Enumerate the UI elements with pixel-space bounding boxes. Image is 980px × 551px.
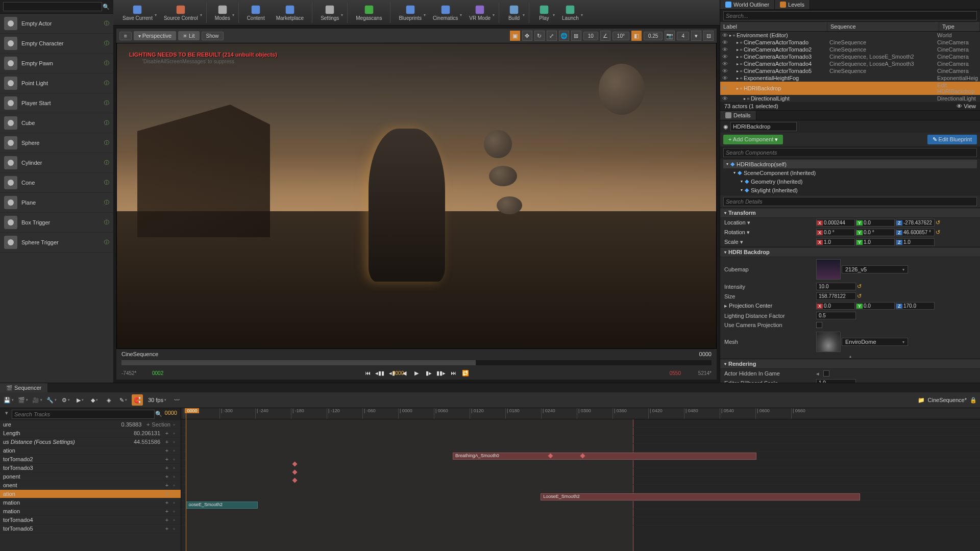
track-row[interactable]: mation+◦ xyxy=(0,498,181,507)
timeline-clip[interactable]: LooseE_Smooth2 xyxy=(541,493,860,500)
track-row[interactable]: torTornado5+◦ xyxy=(0,524,181,533)
step-fwd-icon[interactable]: ▮▸ xyxy=(424,368,433,378)
edit-mode-icon[interactable]: ✎▾ xyxy=(117,394,129,406)
timeline-track[interactable] xyxy=(181,419,980,428)
place-actors-search[interactable] xyxy=(3,2,102,11)
info-icon[interactable]: ⓘ xyxy=(104,199,109,206)
options-icon[interactable]: 🔧▾ xyxy=(46,394,57,406)
tab-world-outliner[interactable]: World Outliner xyxy=(720,0,775,9)
track-options-icon[interactable]: ◦ xyxy=(170,525,178,532)
expand-icon[interactable]: ▸ xyxy=(737,76,739,81)
add-key-icon[interactable]: + xyxy=(163,465,170,471)
timeline-track[interactable] xyxy=(181,460,980,468)
save-sequence-icon[interactable]: 💾▾ xyxy=(3,394,14,406)
track-row[interactable]: mation+◦ xyxy=(0,507,181,516)
track-options-icon[interactable]: ◦ xyxy=(170,517,178,523)
track-options-icon[interactable]: ◦ xyxy=(170,465,178,471)
viewport-menu-button[interactable]: ≡ xyxy=(119,32,132,40)
add-key-icon[interactable]: + xyxy=(163,439,170,445)
visibility-icon[interactable]: 👁 xyxy=(722,68,729,74)
outliner-row[interactable]: 👁▸▫Environment (Editor)World xyxy=(720,32,980,39)
megascans-button[interactable]: Megascans xyxy=(351,1,387,24)
fps-dropdown[interactable]: 30 fps▾ xyxy=(146,394,168,406)
timeline-track[interactable] xyxy=(181,428,980,436)
section-hdri[interactable]: ▾HDRI Backdrop xyxy=(720,247,980,257)
loc-vec-y-field[interactable] xyxy=(863,219,894,226)
place-actor-box-trigger[interactable]: Box Triggerⓘ xyxy=(0,213,113,233)
edit-blueprint-button[interactable]: ✎ Edit Blueprint xyxy=(927,135,977,144)
visibility-icon[interactable]: 👁 xyxy=(722,61,729,67)
track-options-icon[interactable]: ◦ xyxy=(170,499,178,506)
info-icon[interactable]: ⓘ xyxy=(104,139,109,146)
keyframe[interactable] xyxy=(292,478,298,483)
search-icon[interactable]: 🔍 xyxy=(102,3,110,11)
proj-vec-x-field[interactable] xyxy=(823,303,854,309)
place-actor-cube[interactable]: Cubeⓘ xyxy=(0,113,113,133)
outliner-row[interactable]: 👁▸▫CineCameraActorTornado5CineSequenceCi… xyxy=(720,67,980,74)
track-row[interactable]: us Distance (Focus Settings)44.551586+◦ xyxy=(0,438,181,446)
actor-name-field[interactable] xyxy=(730,122,797,131)
rot-vec-z-field[interactable] xyxy=(902,229,934,236)
light-dist-field[interactable] xyxy=(816,312,856,319)
track-row[interactable]: onent+◦ xyxy=(0,481,181,490)
info-icon[interactable]: ⓘ xyxy=(104,239,109,246)
actor-hidden-checkbox[interactable] xyxy=(823,370,829,377)
search-details[interactable] xyxy=(723,197,977,206)
info-icon[interactable]: ⓘ xyxy=(104,60,109,67)
add-key-icon[interactable]: + xyxy=(163,508,170,514)
search-components[interactable] xyxy=(723,148,977,157)
timeline-track[interactable] xyxy=(181,436,980,444)
to-end-icon[interactable]: ⏭ xyxy=(449,368,458,378)
render-movie-icon[interactable]: 🎥▾ xyxy=(32,394,43,406)
play-icon[interactable]: ▶ xyxy=(412,368,421,378)
add-key-icon[interactable]: + xyxy=(144,421,152,428)
search-icon[interactable]: 🔍 xyxy=(155,410,163,418)
mesh-dropdown[interactable]: EnviroDome▾ xyxy=(842,338,908,346)
add-key-icon[interactable]: + xyxy=(163,491,170,497)
add-key-icon[interactable]: + xyxy=(163,517,170,523)
track-row[interactable]: ation+◦ xyxy=(0,490,181,498)
curve-editor-icon[interactable]: 〰 xyxy=(172,394,183,406)
blueprints-button[interactable]: Blueprints▾ xyxy=(394,1,426,24)
track-options-icon[interactable]: ◦ xyxy=(170,456,178,462)
track-options-icon[interactable]: ◦ xyxy=(170,439,178,445)
scale-snap-value[interactable]: 0.25 xyxy=(644,32,663,40)
play-button[interactable]: Play▾ xyxy=(532,1,556,24)
keyframe[interactable] xyxy=(292,470,298,475)
outliner-row[interactable]: 👁▸▫HDRIBackdropEdit HDRIBackdrop xyxy=(720,82,980,95)
rotate-mode-icon[interactable]: ↻ xyxy=(534,31,545,41)
outliner-search[interactable] xyxy=(723,11,977,20)
track-row[interactable]: torTornado3+◦ xyxy=(0,464,181,472)
expand-icon[interactable]: ▸ xyxy=(737,40,739,45)
tab-levels[interactable]: Levels xyxy=(775,0,810,9)
auto-key-icon[interactable]: ◈ xyxy=(103,394,114,406)
timeline-track[interactable] xyxy=(181,477,980,485)
timeline-track[interactable] xyxy=(181,509,980,517)
track-row[interactable]: Length80.206131+◦ xyxy=(0,429,181,438)
timeline-clip[interactable]: BreathingA_Smooth0 xyxy=(453,453,756,460)
timeline-track[interactable]: BreathingA_Smooth0 xyxy=(181,452,980,460)
track-options-icon[interactable]: ◦ xyxy=(170,447,178,454)
cubemap-dropdown[interactable]: 2126_v5▾ xyxy=(842,265,908,273)
snapping-icon[interactable]: 🧲 xyxy=(132,394,143,406)
scale-vec-y-field[interactable] xyxy=(863,239,894,245)
tab-details[interactable]: Details xyxy=(720,111,756,120)
viewport-layout-icon[interactable]: ⊟ xyxy=(703,31,714,41)
place-actor-empty-character[interactable]: Empty Characterⓘ xyxy=(0,34,113,54)
reset-icon[interactable]: ↺ xyxy=(936,219,940,226)
rot-vec-x-field[interactable] xyxy=(823,229,854,236)
visibility-icon[interactable]: 👁 xyxy=(722,85,729,91)
loc-vec-x-field[interactable] xyxy=(823,219,854,226)
expand-icon[interactable]: ▸ xyxy=(737,62,739,66)
show-button[interactable]: Show xyxy=(202,32,224,40)
timeline-track[interactable]: LooseE_Smooth2 xyxy=(181,493,980,501)
track-options-icon[interactable]: ◦ xyxy=(170,491,178,497)
expand-icon[interactable]: ▾ xyxy=(726,162,728,166)
timeline[interactable]: | -360| -300| -240| -180| -120| -060| 00… xyxy=(181,408,980,551)
lock-icon[interactable]: 🔒 xyxy=(970,397,977,404)
expand-icon[interactable]: ▸ xyxy=(737,69,739,73)
component-row[interactable]: ▾◆Geometry (Inherited) xyxy=(723,177,977,186)
actions-icon[interactable]: ⚙▾ xyxy=(60,394,71,406)
tab-sequencer[interactable]: 🎬 Sequencer xyxy=(0,383,47,392)
camera-speed-icon[interactable]: 📷 xyxy=(665,31,675,41)
